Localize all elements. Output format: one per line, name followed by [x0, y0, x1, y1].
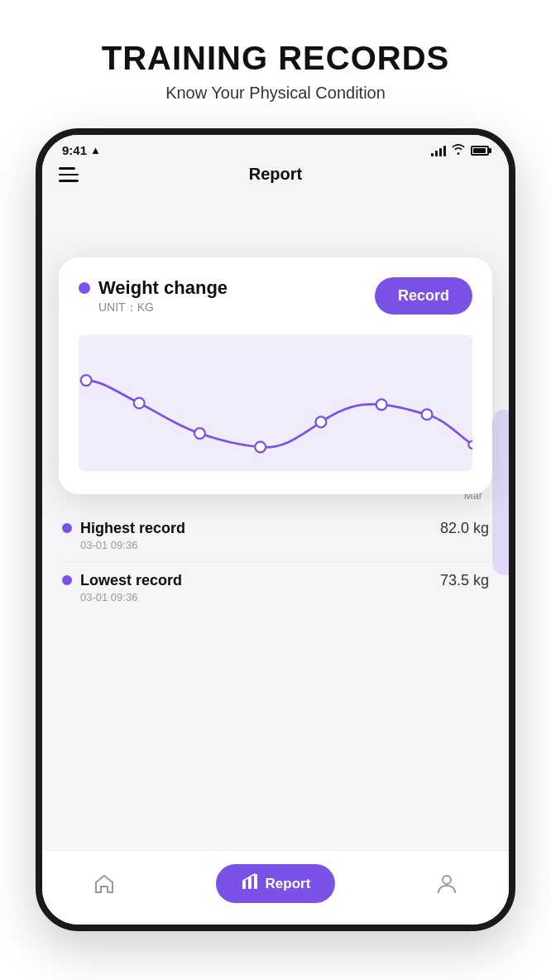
- chart-icon: [241, 872, 259, 891]
- highest-record-item: Highest record 03-01 09:36 82.0 kg: [62, 510, 489, 562]
- weight-chart: [79, 329, 472, 478]
- svg-point-8: [468, 441, 472, 449]
- record-dot-icon: [62, 575, 72, 585]
- home-icon: [93, 872, 116, 896]
- record-name: Lowest record: [80, 572, 182, 589]
- decorative-right: [492, 410, 509, 575]
- svg-point-1: [81, 375, 92, 386]
- svg-rect-11: [254, 874, 257, 889]
- weight-card: Weight change UNIT：KG Record: [59, 257, 492, 494]
- svg-point-3: [194, 428, 205, 439]
- record-left: Highest record 03-01 09:36: [62, 520, 185, 551]
- svg-rect-10: [248, 877, 252, 889]
- phone-mockup: 9:41 ▲: [36, 128, 515, 931]
- bottom-nav: Report: [42, 850, 509, 925]
- scroll-content: Weight change UNIT：KG Record: [42, 135, 509, 850]
- nav-item-profile[interactable]: [435, 872, 458, 896]
- record-info: Lowest record 03-01 09:36: [80, 572, 182, 603]
- record-name: Highest record: [80, 520, 185, 537]
- card-title-row: Weight change: [79, 277, 228, 299]
- card-title-group: Weight change UNIT：KG: [79, 277, 228, 315]
- page-title: TRAINING RECORDS: [33, 40, 518, 77]
- record-left: Lowest record 03-01 09:36: [62, 572, 182, 603]
- record-value: 82.0 kg: [440, 520, 489, 537]
- nav-item-home[interactable]: [93, 872, 116, 896]
- card-header: Weight change UNIT：KG Record: [79, 277, 472, 315]
- svg-point-5: [316, 416, 327, 427]
- nav-report-label: Report: [266, 876, 311, 892]
- nav-active-bg: Report: [216, 864, 336, 903]
- svg-point-12: [443, 876, 451, 884]
- weight-dot-icon: [79, 282, 90, 294]
- svg-point-7: [422, 409, 433, 420]
- card-title: Weight change: [98, 277, 228, 299]
- page-header: TRAINING RECORDS Know Your Physical Cond…: [0, 0, 551, 119]
- lowest-record-item: Lowest record 03-01 09:36 73.5 kg: [62, 562, 489, 613]
- record-dot-icon: [62, 523, 72, 533]
- nav-item-report[interactable]: Report: [216, 864, 336, 903]
- chart-svg: [79, 329, 472, 478]
- svg-point-4: [255, 442, 266, 453]
- svg-rect-9: [242, 881, 246, 889]
- record-button[interactable]: Record: [375, 277, 472, 315]
- svg-point-6: [376, 399, 387, 410]
- records-list: Highest record 03-01 09:36 82.0 kg Lowes…: [42, 502, 509, 622]
- profile-icon: [435, 872, 458, 896]
- record-info: Highest record 03-01 09:36: [80, 520, 185, 551]
- record-date: 03-01 09:36: [80, 539, 185, 551]
- record-value: 73.5 kg: [440, 572, 489, 589]
- report-icon: [241, 872, 259, 895]
- card-unit: UNIT：KG: [98, 300, 228, 315]
- record-date: 03-01 09:36: [80, 591, 182, 603]
- page-subtitle: Know Your Physical Condition: [33, 84, 518, 103]
- svg-point-2: [134, 398, 145, 409]
